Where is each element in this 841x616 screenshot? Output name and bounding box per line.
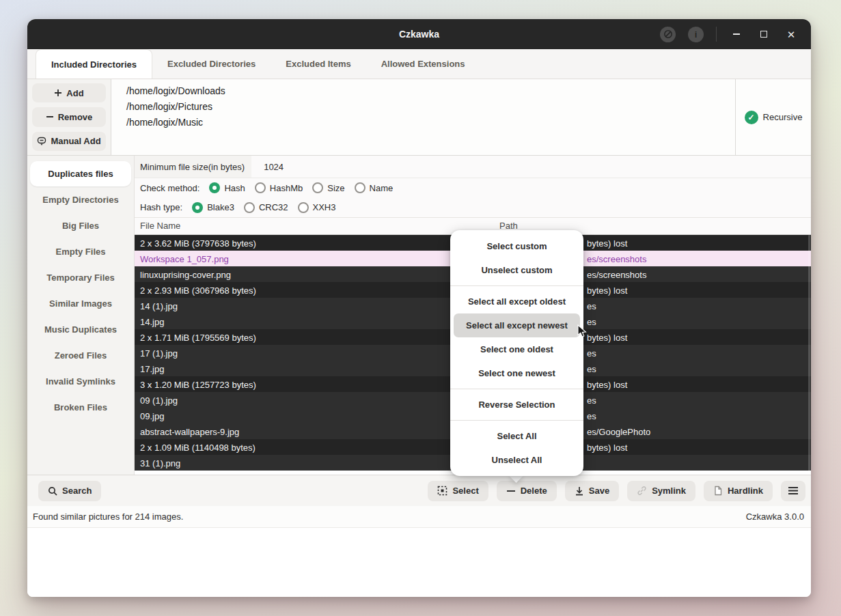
file-name-cell: Workspace 1_057.png bbox=[140, 253, 229, 264]
select-button-label: Select bbox=[452, 486, 478, 496]
menu-separator bbox=[450, 285, 583, 286]
menu-item-select-one-oldest[interactable]: Select one oldest bbox=[454, 337, 580, 361]
sidebar-item-empty-directories[interactable]: Empty Directories bbox=[27, 186, 134, 212]
file-name-cell: 17 (1).jpg bbox=[140, 348, 178, 358]
sidebar-item-similar-images[interactable]: Similar Images bbox=[27, 290, 134, 316]
menu-item-select-custom[interactable]: Select custom bbox=[454, 234, 580, 258]
manual-add-icon bbox=[37, 137, 46, 146]
min-size-label: Minimum file size(in bytes) bbox=[135, 162, 251, 172]
radio-blake3[interactable] bbox=[192, 202, 203, 213]
file-name-cell: 2 x 1.71 MiB (1795569 bytes) bbox=[140, 332, 256, 342]
sidebar-item-temporary-files[interactable]: Temporary Files bbox=[27, 264, 134, 290]
sidebar-item-invalid-symlinks[interactable]: Invalid Symlinks bbox=[27, 368, 134, 394]
info-icon[interactable]: i bbox=[688, 27, 704, 42]
tab-included-directories[interactable]: Included Directories bbox=[36, 49, 152, 79]
file-name-cell: 2 x 1.09 MiB (1140498 bytes) bbox=[140, 442, 256, 452]
titlebar: Czkawka i ✕ bbox=[27, 19, 811, 49]
save-button-label: Save bbox=[589, 486, 609, 496]
recursive-checkbox[interactable]: ✓ bbox=[745, 111, 758, 124]
hardlink-icon bbox=[713, 486, 723, 496]
minimize-button[interactable] bbox=[729, 27, 744, 42]
radio-name[interactable] bbox=[355, 182, 366, 193]
file-name-cell: 3 x 1.20 MiB (1257723 bytes) bbox=[140, 379, 256, 389]
path-cell: es/screenshots bbox=[587, 269, 646, 279]
radio-hashmb[interactable] bbox=[255, 182, 266, 193]
path-cell: es bbox=[587, 410, 596, 421]
path-cell: bytes) lost bbox=[587, 238, 627, 248]
hash-type-row: Hash type: Blake3 CRC32 XXH3 bbox=[135, 197, 811, 217]
menu-item-select-one-newest[interactable]: Select one newest bbox=[454, 361, 580, 385]
radio-name-label: Name bbox=[370, 183, 394, 193]
menu-separator bbox=[450, 389, 583, 389]
menu-item-select-all-except-newest[interactable]: Select all except newest bbox=[454, 313, 580, 337]
hamburger-menu-button[interactable] bbox=[781, 481, 805, 501]
titlebar-separator bbox=[716, 27, 717, 42]
sidebar-item-big-files[interactable]: Big Files bbox=[27, 212, 134, 238]
sidebar-item-duplicates-files[interactable]: Duplicates files bbox=[30, 161, 131, 186]
included-directories-list[interactable]: /home/logix/Downloads /home/logix/Pictur… bbox=[111, 79, 735, 155]
path-cell: es bbox=[587, 300, 596, 311]
path-cell: bytes) lost bbox=[587, 379, 627, 389]
hardlink-button[interactable]: Hardlink bbox=[704, 481, 773, 501]
sidebar-item-music-duplicates[interactable]: Music Duplicates bbox=[27, 316, 134, 342]
sidebar-item-broken-files[interactable]: Broken Files bbox=[27, 394, 134, 420]
path-cell: bytes) lost bbox=[587, 442, 627, 452]
radio-xxh3-label: XXH3 bbox=[313, 202, 336, 212]
path-cell: es/GooglePhoto bbox=[587, 426, 650, 436]
radio-hash[interactable] bbox=[209, 182, 220, 193]
delete-icon bbox=[506, 486, 516, 496]
column-path[interactable]: Path bbox=[499, 221, 518, 231]
column-file-name[interactable]: File Name bbox=[140, 221, 180, 231]
file-name-cell: 2 x 3.62 MiB (3797638 bytes) bbox=[140, 238, 256, 248]
remove-button-label: Remove bbox=[58, 112, 93, 122]
directory-entry[interactable]: /home/logix/Downloads bbox=[126, 83, 735, 99]
maximize-button[interactable] bbox=[756, 27, 771, 42]
directory-entry[interactable]: /home/logix/Pictures bbox=[126, 99, 735, 115]
file-name-cell: 31 (1).png bbox=[140, 458, 180, 468]
save-button[interactable]: Save bbox=[565, 481, 619, 501]
recursive-panel: ✓ Recursive bbox=[735, 79, 811, 155]
radio-hashmb-label: HashMb bbox=[270, 183, 303, 193]
table-scrollbar[interactable] bbox=[808, 235, 810, 475]
directory-entry[interactable]: /home/logix/Music bbox=[126, 115, 735, 130]
menu-separator bbox=[450, 420, 583, 421]
file-name-cell: 17.jpg bbox=[140, 363, 164, 374]
app-window: Czkawka i ✕ Included Directories Exclude… bbox=[27, 19, 811, 597]
delete-button[interactable]: Delete bbox=[497, 481, 557, 501]
symlink-button[interactable]: Symlink bbox=[627, 481, 695, 501]
file-name-cell: abstract-wallpapers-9.jpg bbox=[140, 426, 239, 436]
radio-size[interactable] bbox=[312, 182, 323, 193]
radio-size-label: Size bbox=[327, 183, 344, 193]
path-cell: es bbox=[587, 363, 596, 374]
radio-xxh3[interactable] bbox=[298, 202, 309, 213]
tab-excluded-directories[interactable]: Excluded Directories bbox=[152, 49, 271, 79]
path-cell: bytes) lost bbox=[587, 332, 627, 342]
min-size-row: Minimum file size(in bytes) 1024 bbox=[135, 156, 811, 178]
file-name-cell: 09 (1).jpg bbox=[140, 395, 178, 405]
manual-add-button[interactable]: Manual Add bbox=[32, 132, 106, 151]
menu-item-select-all[interactable]: Select All bbox=[454, 424, 580, 448]
remove-directory-button[interactable]: Remove bbox=[32, 107, 106, 126]
menu-item-select-all-except-oldest[interactable]: Select all except oldest bbox=[454, 290, 580, 313]
menu-item-unselect-all[interactable]: Unselect All bbox=[454, 448, 580, 472]
menu-item-reverse-selection[interactable]: Reverse Selection bbox=[454, 393, 580, 417]
manual-add-button-label: Manual Add bbox=[51, 136, 100, 146]
sidebar-item-zeroed-files[interactable]: Zeroed Files bbox=[27, 342, 134, 368]
search-button-label: Search bbox=[62, 486, 92, 496]
tab-allowed-extensions[interactable]: Allowed Extensions bbox=[366, 49, 480, 79]
radio-crc32[interactable] bbox=[244, 202, 255, 213]
select-button[interactable]: Select bbox=[428, 481, 488, 501]
sidebar-item-empty-files[interactable]: Empty Files bbox=[27, 238, 134, 264]
file-name-cell: 2 x 2.93 MiB (3067968 bytes) bbox=[140, 285, 256, 295]
search-button[interactable]: Search bbox=[38, 481, 101, 501]
symlink-button-label: Symlink bbox=[652, 486, 686, 496]
tab-excluded-items[interactable]: Excluded Items bbox=[271, 49, 366, 79]
stop-icon[interactable] bbox=[660, 27, 676, 42]
close-button[interactable]: ✕ bbox=[784, 27, 799, 42]
min-size-input[interactable]: 1024 bbox=[251, 156, 811, 178]
add-directory-button[interactable]: Add bbox=[32, 83, 106, 102]
hamburger-icon bbox=[788, 486, 799, 495]
menu-item-unselect-custom[interactable]: Unselect custom bbox=[454, 258, 580, 282]
file-name-cell: 09.jpg bbox=[140, 410, 164, 421]
path-cell: es bbox=[587, 316, 596, 326]
